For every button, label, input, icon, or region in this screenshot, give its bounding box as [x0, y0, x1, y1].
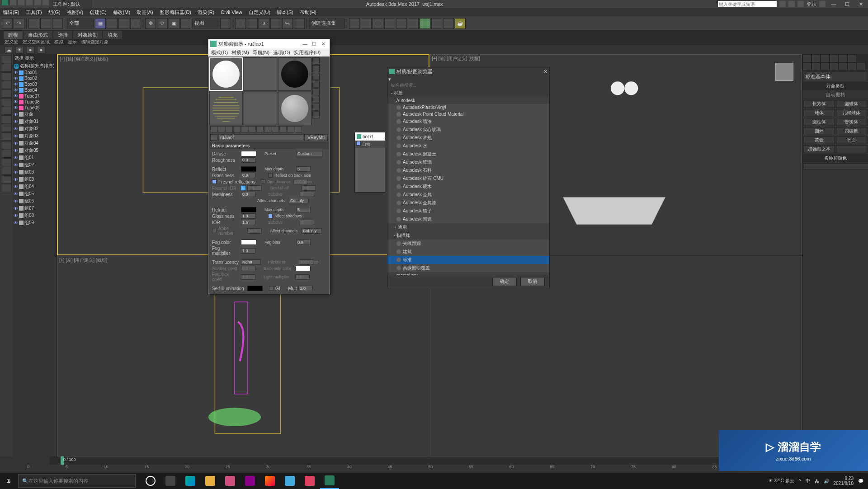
rect-region-button[interactable]	[118, 18, 129, 29]
me-menu-util[interactable]: 实用程序(U)	[294, 49, 321, 56]
visibility-icon[interactable]: 👁	[14, 177, 18, 182]
tab-selection[interactable]: 选择	[53, 31, 72, 39]
manipulate-button[interactable]	[235, 18, 246, 29]
object-type-header[interactable]: 对象类型	[802, 82, 868, 90]
window-crossing-button[interactable]	[130, 18, 141, 29]
mb-cancel-button[interactable]: 取消	[520, 277, 545, 286]
notifications-icon[interactable]: 💬	[858, 479, 863, 484]
sub-autodesk[interactable]: - Autodesk	[387, 97, 549, 104]
lt-13[interactable]	[1, 158, 12, 166]
me-tb-7[interactable]	[256, 126, 264, 132]
mb-item[interactable]: Autodesk 玻璃	[387, 158, 549, 166]
refract-swatch[interactable]	[241, 207, 256, 212]
visibility-icon[interactable]: 👁	[14, 105, 18, 110]
angle-snap-button[interactable]	[270, 18, 281, 29]
visibility-icon[interactable]: 👁	[14, 155, 18, 160]
me-tb-3[interactable]	[226, 126, 233, 132]
visibility-icon[interactable]: 👁	[14, 134, 18, 139]
sub-edit-sel[interactable]: 编辑选定对象	[81, 39, 108, 45]
menu-modify[interactable]: 修改(M)	[113, 9, 131, 16]
me-menu-nav[interactable]: 导航(N)	[253, 49, 269, 56]
me-tb-5[interactable]	[241, 126, 248, 132]
sun-icon[interactable]: ☀	[15, 46, 24, 53]
sub-mentalray[interactable]: - mental ray	[387, 272, 549, 275]
mb-item[interactable]: 光线跟踪	[387, 240, 549, 248]
user-icon[interactable]	[797, 1, 804, 7]
me-close[interactable]: ✕	[319, 41, 328, 47]
lock-icon[interactable]: L	[241, 186, 245, 190]
me-sb-6[interactable]	[312, 96, 320, 103]
sub-shapes[interactable]	[811, 62, 821, 71]
me-sb-3[interactable]	[312, 73, 320, 80]
dimfalloff-spinner[interactable]: 0.0	[302, 185, 316, 191]
selection-filter[interactable]: 全部	[67, 19, 94, 28]
lt-3[interactable]	[1, 72, 12, 80]
placement-button[interactable]	[180, 18, 191, 29]
lt-7[interactable]	[1, 107, 12, 115]
task-app2[interactable]	[241, 473, 259, 489]
outliner-item[interactable]: 👁Tube08	[13, 99, 57, 105]
tab-object-paint[interactable]: 对象绘制	[73, 31, 102, 39]
outliner-item[interactable]: 👁Tube09	[13, 105, 57, 111]
task-app3[interactable]	[280, 473, 299, 489]
btn-cylinder[interactable]: 圆柱体	[803, 118, 835, 126]
spinner-snap-button[interactable]	[294, 18, 305, 29]
menu-create[interactable]: 创建(C)	[90, 9, 106, 16]
task-3dsmax[interactable]	[320, 473, 339, 489]
menu-render[interactable]: 渲染(R)	[198, 9, 214, 16]
menu-views[interactable]: 视图(V)	[67, 9, 84, 16]
btn-teapot[interactable]: 茶壶	[803, 136, 835, 144]
sub-systems[interactable]	[857, 62, 866, 71]
light2-icon[interactable]: ●	[37, 46, 45, 53]
outliner-item[interactable]: 👁组09	[13, 219, 57, 226]
sub-define-flow[interactable]: 定义流	[5, 39, 18, 45]
slot-3[interactable]	[278, 57, 311, 91]
mb-item[interactable]: Autodesk 金属漆	[387, 199, 549, 207]
outliner-item[interactable]: 👁对象05	[13, 147, 57, 154]
outliner-item[interactable]: 👁对象01	[13, 118, 57, 125]
outliner-item[interactable]: 👁对象03	[13, 132, 57, 140]
menu-group[interactable]: 组(G)	[48, 9, 61, 16]
tab-populate[interactable]: 填充	[103, 31, 122, 39]
sub-display[interactable]: 显示	[68, 39, 77, 45]
outliner-item[interactable]: 👁组04	[13, 183, 57, 190]
glossiness-spinner[interactable]: 0.9	[241, 173, 255, 178]
start-button[interactable]: ⊞	[0, 473, 16, 489]
redo-icon[interactable]	[42, 0, 49, 5]
fresnel-check[interactable]	[212, 179, 217, 184]
render-setup-button[interactable]	[431, 18, 442, 29]
task-edge[interactable]	[181, 473, 200, 489]
save-icon[interactable]	[26, 0, 33, 5]
sub-helpers[interactable]	[839, 62, 848, 71]
mb-expand-icon[interactable]: ▾	[388, 76, 391, 82]
selection-set-dropdown[interactable]: 创建选择集	[309, 19, 345, 28]
outliner-item[interactable]: 👁Box01	[13, 70, 57, 75]
me-tb-2[interactable]	[218, 126, 225, 132]
new-icon[interactable]	[10, 0, 16, 5]
align-button[interactable]	[361, 18, 372, 29]
lt-1[interactable]	[1, 55, 12, 63]
tab-modeling[interactable]: 建模	[4, 31, 23, 39]
sub-geometry[interactable]	[802, 62, 811, 71]
close-button[interactable]: ✕	[855, 0, 866, 8]
visibility-icon[interactable]: 👁	[14, 99, 18, 104]
lt-6[interactable]	[1, 98, 12, 106]
tray-up-icon[interactable]: ^	[799, 479, 801, 484]
tab-motion[interactable]	[830, 54, 839, 62]
weather[interactable]: ☀ 32°C 多云	[769, 478, 794, 484]
mb-item[interactable]: Autodesk 镜子	[387, 207, 549, 215]
outliner-item[interactable]: 👁对象02	[13, 125, 57, 132]
roughness-spinner[interactable]: 0.0	[241, 157, 255, 163]
lt-12[interactable]	[1, 150, 12, 158]
visibility-icon[interactable]: 👁	[14, 192, 18, 197]
visibility-icon[interactable]: 👁	[14, 70, 18, 75]
slot-5[interactable]	[244, 92, 277, 125]
tab-hierarchy[interactable]	[821, 54, 830, 62]
visibility-icon[interactable]: 👁	[14, 82, 18, 87]
btn-box[interactable]: 长方体	[803, 100, 835, 108]
mult-spinner[interactable]: 1.0	[298, 286, 313, 291]
mb-item[interactable]: Autodesk 石料	[387, 166, 549, 174]
mb-item[interactable]: 建筑	[387, 248, 549, 256]
sub-lights[interactable]	[821, 62, 830, 71]
login-link[interactable]: 登录	[807, 1, 816, 8]
